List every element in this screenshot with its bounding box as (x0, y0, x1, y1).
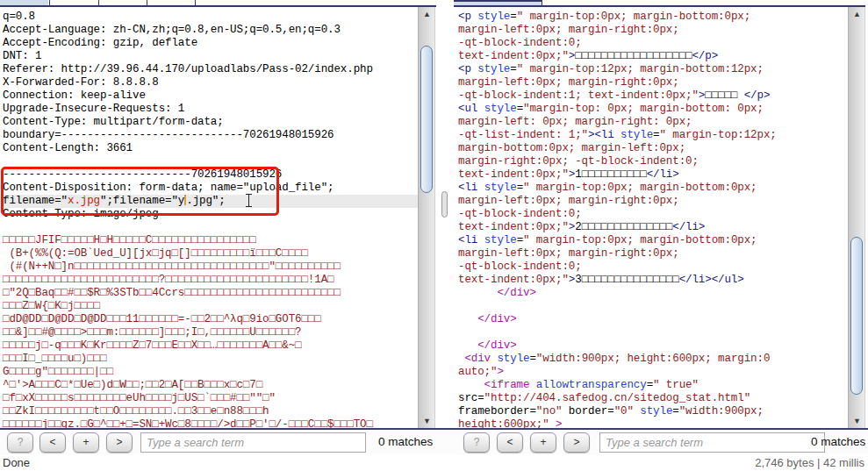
search-input[interactable] (599, 432, 825, 453)
search-options-button[interactable]: + (73, 432, 99, 453)
code-segment: style (477, 63, 510, 75)
code-segment: style (497, 353, 529, 365)
code-segment: = (647, 379, 653, 391)
scroll-down-arrow-icon[interactable]: ▼ (420, 414, 434, 428)
code-line: Content-Disposition: form-data; name="up… (3, 182, 418, 195)
response-tab-bar-clipped (454, 0, 865, 7)
code-segment: <iframe (484, 379, 530, 391)
code-segment: </p> (692, 50, 718, 62)
code-segment: <li (458, 234, 477, 246)
code-segment: □□□□□ (705, 89, 743, 102)
code-segment: text-indent:0px;" (458, 50, 569, 62)
code-line: text-indent:0px;">2□□□□□□□□□□□□□□</li> (458, 221, 848, 234)
search-help-button[interactable]: ? (7, 432, 33, 453)
tab-divider (542, 0, 542, 5)
scroll-down-arrow-icon[interactable]: ▼ (850, 414, 864, 428)
code-segment: filename=" (3, 195, 68, 207)
code-line: text-indent:0px;">1□□□□□□□□□□</li> (458, 168, 848, 182)
code-segment: margin-left:0px; margin-right:0px; (458, 24, 679, 36)
scrollbar-thumb[interactable] (420, 46, 433, 193)
code-segment: style (621, 129, 653, 141)
code-line: □□□□□□j□□gz.□G□^□□+□=SN□+Wc□8□□□□/>d□□P□… (3, 418, 418, 428)
tab-divider (147, 0, 147, 5)
code-line: -qt-block-indent:0; (458, 208, 848, 221)
code-segment: □□□□□□□□□□□□□□□□□□ (575, 50, 692, 62)
code-line: boundary=----------------------------702… (3, 129, 418, 142)
scrollbar-thumb[interactable] (850, 237, 863, 395)
code-segment: margin-bottom:0px; margin-left:0px; (458, 142, 685, 154)
code-segment: </div> (477, 339, 516, 352)
status-text: Done (3, 456, 30, 469)
code-line: -qt-list-indent: 1;"><li style=" margin-… (458, 129, 848, 142)
code-segment: </div> (477, 313, 516, 325)
code-segment: 3□□□□□□□□□□□□□□□ (575, 274, 678, 286)
code-segment: 2□□□□□□□□□□□□□□ (575, 221, 672, 233)
code-line (3, 221, 418, 234)
code-segment: " true" (653, 379, 699, 391)
code-segment: "width:900px; height:600px; margin:0 (536, 353, 770, 365)
response-search-bar: ? < + > 0 matches (454, 430, 868, 456)
code-segment: (B+(%%(Q:=OB`Ued_U][jx□jq□[]□□□□□□□□□ï□□… (3, 247, 308, 260)
code-segment: </li> (647, 168, 679, 181)
code-line: □□□□□j□-q□□□K□Kr□□□□Z□7□□□E□□X□□…□□□□□□□… (3, 339, 418, 353)
code-segment: = (517, 234, 523, 246)
code-segment: <ul (458, 103, 477, 115)
code-segment: (#(N++N□]n□□□□□□□□□□□□□□□□□□□□□□□□□□□□□□… (3, 260, 341, 273)
search-bar-row: ? < + > 0 matches ? < + > 0 matches (0, 428, 868, 454)
search-next-button[interactable]: > (106, 432, 133, 453)
code-segment (549, 418, 556, 428)
code-segment: Upgrade-Insecure-Requests: 1 (3, 103, 184, 115)
text-cursor-icon (248, 195, 249, 206)
code-segment: height:600px;" (458, 418, 549, 428)
selected-tab-remnant[interactable] (0, 0, 48, 5)
code-line: X-Forwarded-For: 8.8.8.8 (3, 76, 418, 89)
scroll-up-arrow-icon[interactable]: ▲ (420, 7, 434, 21)
code-segment: Content-Type: image/jpeg (3, 208, 159, 220)
code-line: Referer: http://39.96.44.170/uploadlabs/… (3, 63, 418, 76)
request-search-bar: ? < + > 0 matches (0, 430, 436, 456)
search-help-button[interactable]: ? (463, 432, 490, 453)
code-line: DNT: 1 (3, 50, 418, 63)
code-line: margin-bottom:0px; margin-left:0px; (458, 142, 848, 155)
code-segment (614, 129, 621, 141)
code-segment: <div (464, 353, 491, 365)
search-prev-button[interactable]: < (497, 432, 523, 453)
code-segment: style (484, 103, 517, 115)
code-segment: src= (458, 392, 484, 404)
search-input[interactable] (140, 432, 366, 453)
search-options-button[interactable]: + (530, 432, 556, 453)
code-segment: margin-left:0px; margin-right:0px; (458, 195, 679, 207)
code-segment: </div> (497, 287, 535, 299)
code-segment: margin-left:0px; margin-right:0px; (458, 247, 679, 260)
code-segment: = (529, 353, 535, 365)
request-editor[interactable]: q=0.8Accept-Language: zh-CN,zh;q=0.8,en-… (0, 7, 418, 428)
code-line: margin-left:0px; margin-right:0px; (458, 247, 848, 260)
code-line: margin-left:0px; margin-right:0px; (458, 24, 848, 37)
code-segment: style (477, 11, 510, 23)
code-line: Upgrade-Insecure-Requests: 1 (3, 103, 418, 116)
code-segment: text-indent:0px;" (458, 168, 569, 181)
code-line: q=0.8 (3, 11, 418, 24)
match-count: 0 matches (378, 435, 433, 448)
code-line: Content-Type: image/jpeg (3, 208, 418, 221)
code-segment: " margin-top:0px; margin-bottom:0px; (523, 182, 757, 194)
search-next-button[interactable]: > (563, 432, 590, 453)
scroll-up-arrow-icon[interactable]: ▲ (850, 7, 864, 21)
response-editor[interactable]: <p style=" margin-top:0px; margin-bottom… (454, 7, 848, 428)
response-scrollbar[interactable]: ▲ ▼ (848, 7, 865, 428)
code-segment: G□□□□g"□□□□□□□|□□ (3, 366, 113, 378)
code-segment: auto;" (458, 366, 497, 378)
code-segment: boundary=----------------------------702… (3, 129, 334, 141)
panel-splitter-handle[interactable] (441, 191, 448, 218)
code-segment: "http://404.safedog.cn/sitedog_stat.html… (484, 392, 750, 404)
code-line: □□□□□JFIF□□□□□H□H□□□□□C□□□□□□□□□□□□□□□□ (3, 234, 418, 247)
search-prev-button[interactable]: < (39, 432, 66, 453)
tab-divider (49, 0, 50, 5)
code-line: □f□xX□□□□□s□□□□□□□□eUh□□□□j□US□`□□□#□□""… (3, 392, 418, 405)
code-segment: Accept-Language: zh-CN,zh;q=0.8,en-US;q=… (3, 24, 341, 36)
request-scrollbar[interactable]: ▲ ▼ (418, 7, 435, 428)
selected-tab-remnant[interactable] (454, 0, 542, 5)
code-line: <ul style="margin-top: 0px; margin-botto… (458, 103, 848, 116)
code-line: □"2Q□Baq□□#□□$R□%3STb□□4Ccrs□□□□□□□□□□□□… (3, 287, 418, 300)
code-line: (#(N++N□]n□□□□□□□□□□□□□□□□□□□□□□□□□□□□□□… (3, 260, 418, 274)
